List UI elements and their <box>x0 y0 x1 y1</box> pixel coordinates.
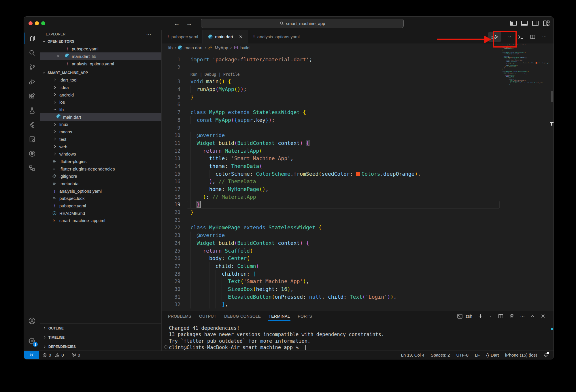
activity-dart-devtools-icon[interactable] <box>24 133 40 145</box>
close-icon[interactable] <box>56 54 61 58</box>
activity-testing-icon[interactable] <box>24 104 40 117</box>
shell-label[interactable]: zsh <box>466 314 472 319</box>
code-line-32[interactable]: 32 ], <box>162 301 503 308</box>
minimap[interactable]: import 'package:flutter/material.dart';v… <box>503 44 550 311</box>
tree-item-test[interactable]: test <box>40 136 161 143</box>
tree-item-ios[interactable]: ios <box>40 99 161 106</box>
breadcrumb-item[interactable]: lib <box>168 45 173 50</box>
status-cursor-position[interactable]: Ln 19, Col 4 <box>401 353 424 357</box>
status-language[interactable]: {}Dart <box>486 353 499 357</box>
panel-tab-problems[interactable]: PROBLEMS <box>168 314 191 319</box>
kill-terminal-icon[interactable] <box>509 313 515 319</box>
color-swatch[interactable] <box>356 172 360 176</box>
tree-item--flutter-plugins[interactable]: .flutter-plugins <box>40 158 161 165</box>
new-terminal-icon[interactable] <box>478 313 483 319</box>
code-line-11[interactable]: 11 Widget build(BuildContext context) { <box>162 139 503 147</box>
tree-item-analysis-options-yaml[interactable]: !analysis_options.yaml <box>40 187 161 195</box>
tree-item-android[interactable]: android <box>40 91 161 99</box>
close-icon[interactable] <box>239 35 243 39</box>
tab-main.dart[interactable]: main.dart <box>203 30 248 43</box>
terminal-output[interactable]: Changed 41 dependencies!13 packages have… <box>169 325 384 351</box>
code-line-13[interactable]: 13 title: 'Smart Machine App', <box>162 155 503 162</box>
code-line-4[interactable]: 4 runApp(MyApp()); <box>162 86 503 93</box>
terminal-prompt-line[interactable]: clint@Clints-MacBook-Air smart_machine_a… <box>169 344 384 351</box>
panel-more-actions-icon[interactable]: ⋯ <box>520 313 525 319</box>
code-line-15[interactable]: 15 colorScheme: ColorScheme.fromSeed(see… <box>162 170 503 178</box>
code-editor[interactable]: 1import 'package:flutter/material.dart';… <box>162 52 503 311</box>
close-panel-icon[interactable] <box>541 314 545 319</box>
status-encoding[interactable]: UTF-8 <box>456 353 469 357</box>
editor-more-actions-icon[interactable]: ⋯ <box>542 34 547 39</box>
code-line-19[interactable]: 19 } <box>162 201 503 209</box>
code-line-12[interactable]: 12 return MaterialApp( <box>162 147 503 155</box>
code-line-18[interactable]: 18 ); // MaterialApp <box>162 193 503 201</box>
code-line-24[interactable]: 24 Widget build(BuildContext context) { <box>162 239 503 247</box>
activity-run-and-debug-icon[interactable] <box>24 75 40 88</box>
titlebar[interactable]: ← → smart_machine_app <box>24 17 554 30</box>
tree-item-web[interactable]: web <box>40 143 161 150</box>
toggle-primary-sidebar-icon[interactable] <box>510 20 517 27</box>
code-line-14[interactable]: 14 theme: ThemeData( <box>162 162 503 170</box>
code-line-31[interactable]: 31 ElevatedButton(onPressed: null, child… <box>162 293 503 301</box>
scrollbar-thumb[interactable] <box>551 91 553 102</box>
tree-item-linux[interactable]: linux <box>40 121 161 128</box>
tree-item-macos[interactable]: macos <box>40 128 161 136</box>
code-line-5[interactable]: 5} <box>162 93 503 101</box>
tab-pubspec.yaml[interactable]: !pubspec.yaml <box>162 30 203 43</box>
breadcrumb-item[interactable]: main.dart <box>184 45 203 50</box>
maximize-panel-icon[interactable] <box>530 314 535 319</box>
status-eol[interactable]: LF <box>475 353 480 357</box>
status-indentation[interactable]: Spaces: 2 <box>431 353 450 357</box>
activity-source-control-icon[interactable] <box>24 61 40 73</box>
code-line-16[interactable]: 16 ), // ThemeData <box>162 178 503 185</box>
status-device[interactable]: iPhone (15) (ios) <box>505 353 537 357</box>
forward-icon[interactable]: → <box>186 20 192 27</box>
color-swatch[interactable] <box>536 62 537 64</box>
open-editor-item[interactable]: !pubspec.yaml <box>40 45 161 52</box>
panel-tab-output[interactable]: OUTPUT <box>199 314 216 319</box>
activity-github-icon[interactable] <box>24 147 40 160</box>
panel-tab-ports[interactable]: PORTS <box>298 314 312 319</box>
forwarded-ports-status[interactable]: 0 <box>71 353 80 357</box>
toggle-secondary-sidebar-icon[interactable] <box>532 20 539 27</box>
explorer-more-actions-icon[interactable]: ⋯ <box>146 31 152 37</box>
activity-accounts-icon[interactable] <box>24 315 40 327</box>
code-line-30[interactable]: 30 SizedBox(height: 16), <box>162 285 503 293</box>
code-line-3[interactable]: 3void main() { <box>162 78 503 86</box>
code-line-6[interactable]: 6 <box>162 101 503 109</box>
code-line-7[interactable]: 7class MyApp extends StatelessWidget { <box>162 109 503 116</box>
tree-item-pubspec-lock[interactable]: pubspec.lock <box>40 195 161 202</box>
breadcrumb-item[interactable]: build <box>240 45 250 50</box>
activity-project-manager-icon[interactable] <box>24 162 40 174</box>
activity-extensions-icon[interactable] <box>24 90 40 102</box>
code-line-10[interactable]: 10 @override <box>162 132 503 139</box>
split-editor-icon[interactable] <box>530 34 536 40</box>
sidebar-section-outline[interactable]: OUTLINE <box>40 323 161 333</box>
tree-item-lib[interactable]: lib <box>40 106 161 113</box>
open-editors-header[interactable]: OPEN EDITORS <box>40 38 161 45</box>
tree-item-main-dart[interactable]: main.dart <box>40 113 161 121</box>
tree-item--dart-tool[interactable]: .dart_tool <box>40 76 161 84</box>
minimize-button[interactable] <box>35 21 39 25</box>
sidebar-section-timeline[interactable]: TIMELINE <box>40 333 161 342</box>
activity-flutter-icon[interactable] <box>24 118 40 131</box>
sidebar-section-dependencies[interactable]: DEPENDENCIES <box>40 342 161 351</box>
status-notifications[interactable] <box>543 353 548 357</box>
activity-explorer-icon[interactable] <box>24 32 40 45</box>
code-line-8[interactable]: 8 const MyApp({super.key}); <box>162 116 503 124</box>
remote-indicator[interactable] <box>24 351 39 359</box>
code-line-9[interactable]: 9 <box>162 124 503 132</box>
code-line-17[interactable]: 17 home: MyHomePage(), <box>162 185 503 193</box>
editor-scrollbar[interactable] <box>550 43 554 311</box>
code-line-25[interactable]: 25 return Scaffold( <box>162 247 503 255</box>
tree-item-windows[interactable]: windows <box>40 150 161 158</box>
command-center-search[interactable]: smart_machine_app <box>201 19 404 28</box>
split-terminal-icon[interactable] <box>498 313 504 319</box>
toggle-panel-icon[interactable] <box>521 20 528 27</box>
open-terminal-icon[interactable] <box>518 34 524 40</box>
open-editor-item[interactable]: !analysis_options.yaml <box>40 60 161 67</box>
activity-settings-icon[interactable]: 1 <box>24 335 40 347</box>
tree-item-smart-machine-app-iml[interactable]: smart_machine_app.iml <box>40 217 161 224</box>
tree-item--idea[interactable]: .idea <box>40 84 161 91</box>
code-line-22[interactable]: 22class MyHomePage extends StatelessWidg… <box>162 224 503 232</box>
